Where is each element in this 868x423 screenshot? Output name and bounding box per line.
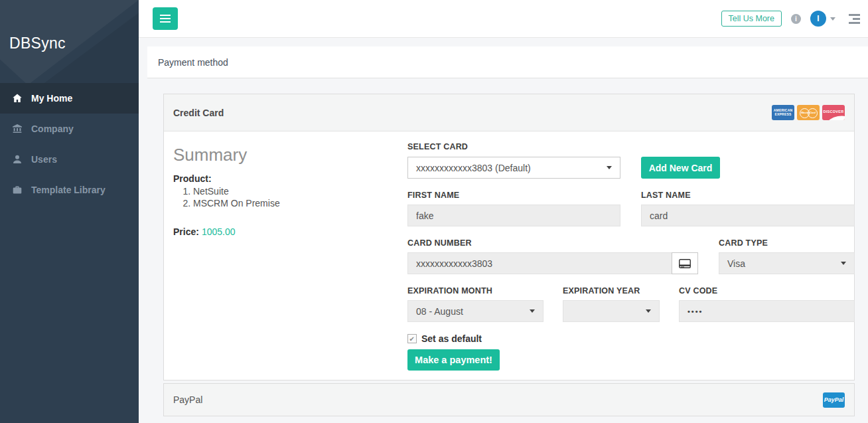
product-item: NetSuite [193,185,280,197]
paypal-panel-header: PayPal PayPal [164,384,854,416]
product-label: Product: [173,173,212,184]
sidebar-logo-area: DBSync [0,0,139,85]
credit-card-icon[interactable] [672,252,698,274]
chevron-down-icon [841,262,846,265]
chevron-down-icon [830,17,835,21]
last-name-input[interactable] [641,205,855,226]
sidebar-nav: My Home Company Users Template Library [0,83,139,205]
expiration-year-label: EXPIRATION YEAR [563,286,640,296]
sidebar-item-label: Users [31,154,57,165]
app-logo: DBSync [9,35,66,52]
bank-icon [12,124,23,134]
card-type-select[interactable]: Visa [719,252,855,274]
expiration-month-value: 08 - August [416,306,463,317]
breadcrumb-label: Payment method [158,57,228,68]
chevron-down-icon [607,166,612,169]
price-value: 1005.00 [202,226,236,237]
summary-heading: Summary [173,145,247,165]
sidebar-item-label: Company [31,124,74,134]
expiration-year-select[interactable] [563,300,660,322]
info-icon[interactable]: i [791,14,801,24]
credit-card-panel: Credit Card AMERICAN EXPRESS MasterCard … [163,94,855,381]
set-default-row: Set as default [407,333,482,344]
app-root: DBSync My Home Company Users [0,0,868,423]
first-name-input[interactable] [407,205,620,226]
add-new-card-button[interactable]: Add New Card [641,157,720,179]
product-item: MSCRM On Premise [193,197,280,209]
sidebar: DBSync My Home Company Users [0,0,139,423]
card-number-group [407,252,698,274]
cv-code-label: CV CODE [679,286,717,296]
discover-icon: DISCOVER [822,105,845,120]
select-card-label: SELECT CARD [407,142,468,151]
home-icon [12,93,23,104]
set-default-label: Set as default [421,333,482,344]
set-default-checkbox[interactable] [407,334,417,343]
card-brand-icons: AMERICAN EXPRESS MasterCard DISCOVER [772,105,845,120]
card-type-value: Visa [727,258,745,269]
select-card-select[interactable]: xxxxxxxxxxxx3803 (Default) [407,157,620,179]
sidebar-item-company[interactable]: Company [0,114,139,144]
paypal-panel: PayPal PayPal [163,383,855,416]
user-icon [12,154,23,165]
amex-icon: AMERICAN EXPRESS [772,105,794,120]
price-label: Price: [173,226,199,237]
tell-us-more-button[interactable]: Tell Us More [721,11,782,27]
chevron-down-icon [530,309,535,313]
chevron-down-icon [646,309,651,313]
expiration-month-label: EXPIRATION MONTH [407,286,492,296]
sidebar-item-label: My Home [31,93,72,104]
panel-toggle-icon[interactable] [849,14,860,24]
price-row: Price:1005.00 [173,226,236,237]
user-menu[interactable]: I [810,11,835,27]
topbar-actions: Tell Us More i I [721,0,860,37]
mastercard-icon: MasterCard [797,105,820,120]
sidebar-item-users[interactable]: Users [0,144,139,175]
credit-card-panel-body: Summary Product: NetSuite MSCRM On Premi… [164,131,854,381]
expiration-month-select[interactable]: 08 - August [407,300,543,322]
sidebar-item-template-library[interactable]: Template Library [0,175,139,205]
paypal-panel-title: PayPal [173,394,202,405]
breadcrumb: Payment method [147,46,868,78]
topbar: Tell Us More i I [139,0,868,38]
last-name-label: LAST NAME [641,191,691,200]
sidebar-item-my-home[interactable]: My Home [0,83,139,114]
card-number-label: CARD NUMBER [407,238,472,248]
hamburger-icon [160,15,171,16]
cv-code-input[interactable] [679,300,855,322]
hamburger-menu-button[interactable] [153,7,178,30]
make-payment-button[interactable]: Make a payment! [407,349,500,371]
card-type-label: CARD TYPE [719,238,768,248]
briefcase-icon [12,185,23,195]
card-number-input[interactable] [407,252,672,274]
sidebar-item-label: Template Library [31,185,106,195]
product-list: NetSuite MSCRM On Premise [173,185,280,209]
first-name-label: FIRST NAME [407,191,459,200]
avatar: I [810,11,826,27]
credit-card-panel-header: Credit Card AMERICAN EXPRESS MasterCard … [164,94,854,131]
paypal-icon[interactable]: PayPal [823,392,845,408]
credit-card-panel-title: Credit Card [173,108,224,118]
select-card-value: xxxxxxxxxxxx3803 (Default) [416,163,531,173]
